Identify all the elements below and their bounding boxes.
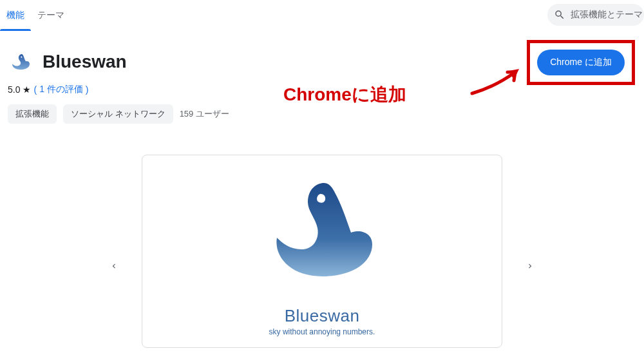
chip-category[interactable]: ソーシャル ネットワーク: [63, 104, 173, 124]
screenshot-gallery: Blueswan sky without annoying numbers.: [129, 155, 515, 348]
gallery-logo-subtitle: sky without annoying numbers.: [269, 327, 375, 336]
rating-value: 5.0: [8, 84, 20, 95]
top-tabs: 機能 テーマ 拡張機能とテーマ: [0, 0, 644, 31]
tab-extensions[interactable]: 機能: [0, 1, 31, 30]
add-to-chrome-button[interactable]: Chrome に追加: [537, 50, 625, 75]
tab-themes[interactable]: テーマ: [31, 1, 71, 30]
user-count: 159 ユーザー: [180, 108, 229, 120]
search-box[interactable]: 拡張機能とテーマ: [547, 4, 644, 26]
gallery-next-button[interactable]: [519, 251, 541, 281]
annotation-arrow-icon: [469, 64, 527, 97]
gallery-logo-title: Blueswan: [285, 306, 360, 326]
annotation-label: Chromeに追加: [283, 82, 406, 107]
rating-paren-close: ): [86, 84, 89, 95]
annotation-highlight-box: Chrome に追加: [527, 40, 635, 85]
gallery-frame: Blueswan sky without annoying numbers.: [142, 155, 502, 348]
gallery-logo-icon: [258, 173, 386, 302]
star-icon: ★: [23, 84, 31, 95]
gallery-prev-button[interactable]: [103, 251, 125, 281]
search-icon: [554, 9, 565, 21]
rating-paren-open: (: [33, 84, 37, 95]
chip-extension[interactable]: 拡張機能: [8, 104, 57, 124]
search-placeholder: 拡張機能とテーマ: [571, 9, 643, 21]
chevron-left-icon: [109, 262, 118, 271]
chevron-right-icon: [526, 262, 535, 271]
rating-count-link[interactable]: 1 件の評価: [39, 84, 83, 95]
app-icon: [8, 49, 33, 75]
app-title: Blueswan: [43, 52, 127, 72]
